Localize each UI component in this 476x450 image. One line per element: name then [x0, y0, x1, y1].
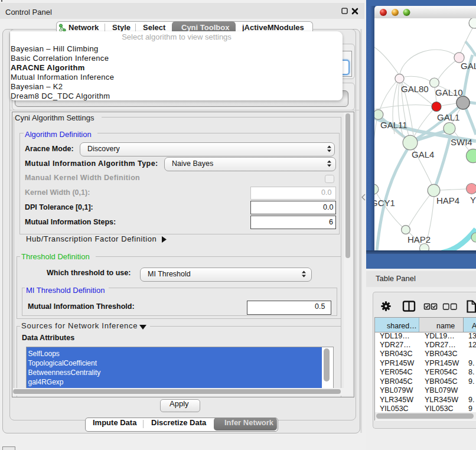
svg-text:GAL10: GAL10: [435, 87, 463, 97]
svg-text:HAP4: HAP4: [436, 195, 459, 206]
svg-text:Y: Y: [470, 195, 476, 205]
svg-text:SWI4: SWI4: [451, 137, 472, 147]
svg-text:GAL4: GAL4: [412, 149, 434, 159]
svg-text:GAL80: GAL80: [401, 84, 429, 94]
svg-text:HAP2: HAP2: [407, 234, 431, 244]
svg-text:GCY1: GCY1: [374, 198, 395, 208]
svg-text:GAL1: GAL1: [437, 112, 459, 122]
svg-text:GAL: GAL: [461, 61, 476, 71]
svg-text:GAL11: GAL11: [380, 120, 407, 130]
